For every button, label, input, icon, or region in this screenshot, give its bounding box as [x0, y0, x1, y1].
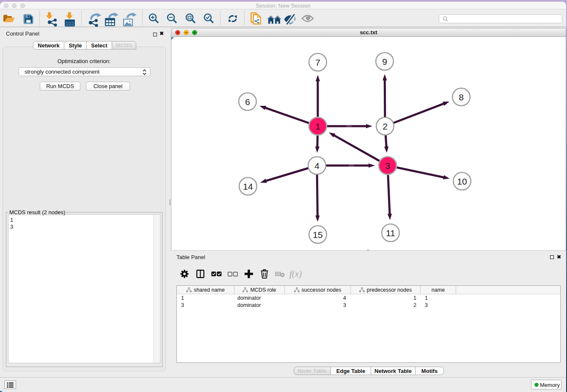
svg-text:14: 14	[243, 182, 253, 191]
svg-text:1: 1	[315, 121, 320, 131]
svg-text:3: 3	[385, 161, 390, 171]
svg-text:11: 11	[386, 228, 395, 238]
svg-text:10: 10	[457, 177, 467, 186]
svg-text:7: 7	[315, 58, 320, 67]
svg-text:8: 8	[459, 92, 464, 102]
svg-text:9: 9	[382, 57, 387, 66]
svg-text:2: 2	[383, 121, 388, 131]
svg-text:6: 6	[245, 97, 250, 107]
svg-text:4: 4	[314, 161, 319, 171]
svg-text:15: 15	[313, 230, 322, 240]
